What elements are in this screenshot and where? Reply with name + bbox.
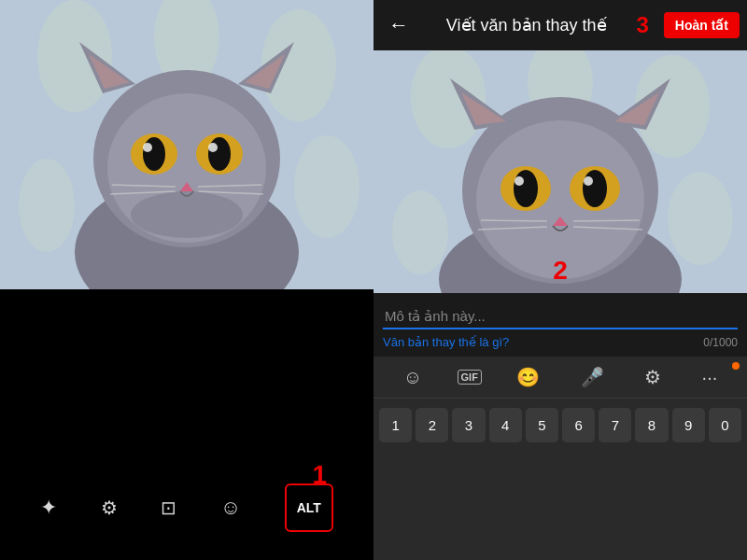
key-8[interactable]: 8 [635,408,668,442]
alt-text-input[interactable] [383,304,738,329]
tune-icon[interactable]: ⚙ [101,497,118,519]
notification-dot [732,362,740,370]
crop-icon[interactable]: ⊡ [161,497,176,519]
key-5[interactable]: 5 [526,408,558,442]
char-count: 0/1000 [703,336,738,349]
emoji-icon[interactable]: ☺ [220,496,241,520]
svg-point-29 [668,172,733,265]
key-6[interactable]: 6 [562,408,595,442]
back-button[interactable]: ← [381,9,416,41]
svg-point-1 [37,0,112,112]
cat-left-image [0,0,374,289]
alt-text-input-area: 2 Văn bản thay thế là gì? 0/1000 [374,293,747,357]
svg-point-4 [294,135,359,238]
letter-rows [374,448,747,560]
top-bar: ← Viết văn bản thay thế 3 Hoàn tất [374,0,747,50]
right-panel: ← Viết văn bản thay thế 3 Hoàn tất [374,0,747,560]
left-image-area [0,0,374,289]
settings-keyboard-icon[interactable]: ⚙ [639,364,667,390]
done-button[interactable]: Hoàn tất [664,12,740,38]
svg-point-41 [583,170,607,207]
key-0[interactable]: 0 [709,408,741,442]
key-2[interactable]: 2 [416,408,448,442]
svg-line-47 [573,220,640,221]
page-title: Viết văn bản thay thế [426,15,627,35]
sticker-keyboard-icon[interactable]: 😊 [511,364,545,390]
emoji-keyboard-icon[interactable]: ☺ [398,365,428,390]
svg-point-17 [143,143,152,152]
badge-2: 2 [553,256,568,286]
key-1[interactable]: 1 [379,408,412,442]
svg-point-42 [514,176,524,186]
badge-3: 3 [636,12,648,38]
badge-1: 1 [312,460,327,490]
key-3[interactable]: 3 [452,408,485,442]
key-9[interactable]: 9 [672,408,705,442]
key-7[interactable]: 7 [599,408,631,442]
svg-point-15 [143,137,165,171]
svg-point-16 [208,137,231,171]
mic-keyboard-icon[interactable]: 🎤 [575,364,610,390]
keyboard-area: ☺ GIF 😊 🎤 ⚙ ··· 1 2 3 4 5 6 7 8 9 0 [374,357,747,560]
number-row: 1 2 3 4 5 6 7 8 9 0 [374,399,747,448]
key-4[interactable]: 4 [489,408,522,442]
svg-point-40 [514,170,538,207]
svg-line-45 [481,220,547,221]
sparkle-icon[interactable]: ✦ [40,496,57,520]
alt-text-hint: Văn bản thay thế là gì? 0/1000 [383,335,738,349]
svg-point-5 [19,159,75,252]
alt-text-button[interactable]: ALT [285,483,333,532]
left-panel: ✦ ⚙ ⊡ ☺ ALT 1 [0,0,374,560]
keyboard-toolbar: ☺ GIF 😊 🎤 ⚙ ··· [374,357,747,399]
svg-point-18 [208,143,218,152]
more-keyboard-icon[interactable]: ··· [697,365,724,390]
svg-point-43 [584,176,593,186]
svg-point-30 [392,190,448,274]
svg-point-24 [131,191,243,238]
gif-keyboard-button[interactable]: GIF [458,370,482,385]
left-bottom: ✦ ⚙ ⊡ ☺ ALT 1 [0,289,374,560]
